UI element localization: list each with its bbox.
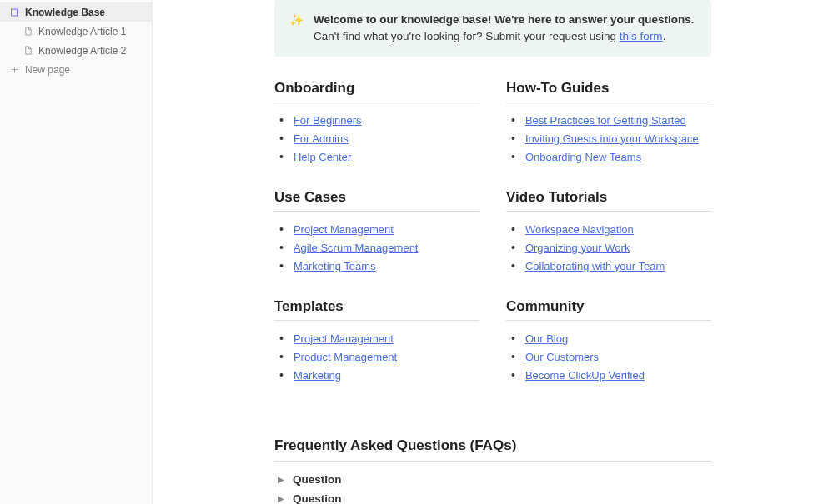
sidebar-root-item[interactable]: Knowledge Base — [0, 2, 152, 22]
book-icon — [8, 7, 20, 17]
list-item: Project Management — [274, 220, 479, 238]
link-columns: Onboarding For Beginners For Admins Help… — [274, 80, 711, 407]
banner-form-link[interactable]: this form — [620, 30, 663, 42]
sidebar-new-page-label: New page — [25, 64, 70, 76]
list-item: Onboarding New Teams — [506, 147, 711, 166]
link-help-center[interactable]: Help Center — [294, 151, 351, 163]
sidebar-item-label: Knowledge Article 1 — [38, 26, 126, 37]
link-our-customers[interactable]: Our Customers — [525, 351, 599, 363]
list-item: Collaborating with your Team — [506, 257, 711, 275]
right-column: How-To Guides Best Practices for Getting… — [506, 80, 711, 407]
list-item: Agile Scrum Management — [274, 238, 479, 257]
link-project-management[interactable]: Project Management — [294, 223, 394, 236]
list-item: Our Blog — [506, 329, 711, 347]
list-item: Workspace Navigation — [506, 220, 711, 238]
faq-title: Frequently Asked Questions (FAQs) — [274, 437, 711, 462]
section-title: Templates — [274, 298, 479, 321]
list-item: Project Management — [274, 329, 479, 347]
document-icon — [22, 27, 33, 36]
section-title: Onboarding — [274, 80, 479, 102]
link-for-beginners[interactable]: For Beginners — [294, 114, 362, 127]
link-organizing-work[interactable]: Organizing your Work — [525, 242, 630, 254]
link-onboarding-teams[interactable]: Onboarding New Teams — [525, 151, 641, 163]
section-title: How-To Guides — [506, 80, 711, 102]
banner-heading: Welcome to our knowledge base! We're her… — [314, 13, 695, 26]
section-use-cases: Use Cases Project Management Agile Scrum… — [274, 189, 479, 275]
faq-item[interactable]: ▶ Question — [274, 489, 711, 504]
list-item: For Beginners — [274, 111, 479, 129]
link-template-marketing[interactable]: Marketing — [294, 369, 341, 382]
triangle-right-icon: ▶ — [278, 494, 284, 503]
sparkle-icon: ✨ — [289, 12, 304, 28]
list-item: Become ClickUp Verified — [506, 366, 711, 384]
banner-subtext-b: . — [663, 30, 666, 42]
banner-text: Welcome to our knowledge base! We're her… — [314, 12, 695, 45]
banner-subtext-a: Can't find what you're looking for? Subm… — [314, 30, 620, 42]
section-title: Community — [506, 298, 711, 321]
sidebar-new-page[interactable]: New page — [0, 60, 152, 79]
plus-icon — [8, 65, 20, 74]
faq-question-label: Question — [293, 492, 342, 504]
link-collaborating[interactable]: Collaborating with your Team — [525, 260, 665, 272]
link-template-product[interactable]: Product Management — [294, 351, 397, 363]
sidebar-item-article-2[interactable]: Knowledge Article 2 — [0, 41, 152, 60]
link-workspace-nav[interactable]: Workspace Navigation — [525, 223, 634, 236]
triangle-right-icon: ▶ — [278, 475, 284, 484]
section-title: Video Tutorials — [506, 189, 711, 212]
document-icon — [22, 46, 33, 55]
list-item: Best Practices for Getting Started — [506, 111, 711, 129]
link-clickup-verified[interactable]: Become ClickUp Verified — [525, 369, 645, 382]
list-item: Marketing — [274, 366, 479, 384]
section-how-to: How-To Guides Best Practices for Getting… — [506, 80, 711, 166]
welcome-banner: ✨ Welcome to our knowledge base! We're h… — [274, 0, 711, 57]
section-community: Community Our Blog Our Customers Become … — [506, 298, 711, 384]
left-column: Onboarding For Beginners For Admins Help… — [274, 80, 479, 407]
section-onboarding: Onboarding For Beginners For Admins Help… — [274, 80, 479, 166]
link-best-practices[interactable]: Best Practices for Getting Started — [525, 114, 686, 127]
main-content: ✨ Welcome to our knowledge base! We're h… — [153, 0, 823, 504]
section-video-tutorials: Video Tutorials Workspace Navigation Org… — [506, 189, 711, 275]
link-marketing-teams[interactable]: Marketing Teams — [294, 260, 376, 272]
link-for-admins[interactable]: For Admins — [294, 132, 349, 145]
list-item: Product Management — [274, 347, 479, 366]
list-item: Marketing Teams — [274, 257, 479, 275]
link-agile-scrum[interactable]: Agile Scrum Management — [294, 242, 419, 254]
faq-section: Frequently Asked Questions (FAQs) ▶ Ques… — [274, 437, 711, 504]
sidebar: Knowledge Base Knowledge Article 1 Knowl… — [0, 0, 153, 504]
sidebar-root-label: Knowledge Base — [25, 7, 105, 18]
link-template-project[interactable]: Project Management — [294, 332, 394, 345]
link-inviting-guests[interactable]: Inviting Guests into your Workspace — [525, 132, 699, 145]
list-item: For Admins — [274, 129, 479, 147]
sidebar-item-article-1[interactable]: Knowledge Article 1 — [0, 22, 152, 41]
list-item: Inviting Guests into your Workspace — [506, 129, 711, 147]
faq-question-label: Question — [293, 473, 342, 486]
list-item: Help Center — [274, 147, 479, 166]
list-item: Organizing your Work — [506, 238, 711, 257]
list-item: Our Customers — [506, 347, 711, 366]
sidebar-item-label: Knowledge Article 2 — [38, 45, 126, 57]
link-our-blog[interactable]: Our Blog — [525, 332, 568, 345]
section-templates: Templates Project Management Product Man… — [274, 298, 479, 384]
section-title: Use Cases — [274, 189, 479, 212]
faq-item[interactable]: ▶ Question — [274, 470, 711, 489]
